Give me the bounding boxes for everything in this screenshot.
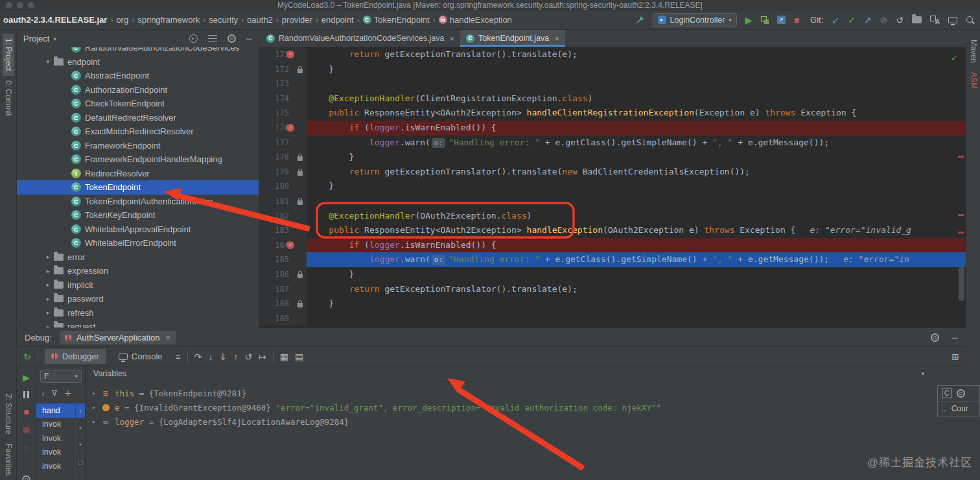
tree-item-abstractendpoint[interactable]: CAbstractEndpoint [17, 69, 259, 83]
chevron-down-icon[interactable]: ▾ [921, 370, 924, 377]
tool-stripe-1-project[interactable]: 1: Project [3, 34, 14, 76]
step-out-button[interactable]: ↑ [233, 352, 238, 362]
zoom-window-button[interactable] [28, 2, 34, 8]
variable-row-this[interactable]: ▸≡this = {TokenEndpoint@9281} [86, 386, 966, 400]
breakpoint-icon[interactable]: ✓ [286, 124, 294, 132]
layout-settings-icon[interactable]: ⊞ [951, 352, 959, 362]
error-stripe-mark[interactable] [958, 156, 964, 158]
chevron-down-icon[interactable]: ▾ [79, 425, 82, 431]
close-tab-icon[interactable]: × [554, 34, 559, 43]
translate-icon[interactable] [930, 16, 940, 24]
breadcrumb-springframework[interactable]: springframework [135, 14, 202, 25]
view-breakpoints-button[interactable]: ⊚ [23, 426, 30, 435]
breadcrumb-security[interactable]: security [207, 14, 240, 25]
code-editor[interactable]: 171✓ return getExceptionTranslator().tra… [259, 47, 966, 328]
tree-item-password[interactable]: ▸password [17, 292, 259, 306]
watches-view-button[interactable]: ▤ [295, 352, 303, 362]
wrench-icon[interactable] [635, 15, 644, 25]
resume-button[interactable]: ▶ [23, 373, 30, 382]
tree-item-tokenkeyendpoint[interactable]: CTokenKeyEndpoint [17, 208, 259, 222]
close-icon[interactable]: × [166, 333, 171, 342]
locate-file-icon[interactable] [189, 34, 198, 43]
debug-session-tab[interactable]: AuthServerApplication × [60, 331, 176, 344]
tool-stripe-maven[interactable]: Maven [968, 35, 979, 67]
tree-expand-icon[interactable]: ▸ [44, 268, 52, 274]
tree-item-checktokenendpoint[interactable]: CCheckTokenEndpoint [17, 97, 259, 111]
push-button[interactable]: ↗ [864, 16, 872, 25]
editor-tab-randomvalueauthorizationcodeservices-java[interactable]: CRandomValueAuthorizationCodeServices.ja… [261, 30, 460, 47]
search-everywhere-button[interactable] [966, 16, 975, 25]
tree-item-defaultredirectresolver[interactable]: CDefaultRedirectResolver [17, 111, 259, 125]
variable-row-e[interactable]: ▸e = {InvalidGrantException@9460} "error… [86, 400, 966, 414]
error-stripe-mark[interactable] [958, 214, 964, 216]
close-window-button[interactable] [6, 2, 12, 8]
popup-c-button[interactable]: C [942, 389, 951, 398]
mute-breakpoints-button[interactable]: ◌ [23, 444, 29, 453]
tree-expand-icon[interactable]: ▸ [44, 309, 52, 316]
variable-row-logger[interactable]: ▸∞logger = {LogAdapter$Slf4jLocationAwar… [86, 414, 966, 429]
rerun-button[interactable]: ↻ [23, 352, 31, 362]
tree-item-error[interactable]: ▸error [17, 250, 259, 265]
tree-expand-icon[interactable]: ▸ [44, 296, 52, 302]
filter-funnel-icon[interactable]: ∇ [52, 389, 57, 398]
breadcrumb-tokenendpoint[interactable]: CTokenEndpoint [361, 14, 432, 25]
project-panel-title[interactable]: Project [23, 34, 49, 43]
tree-item-authorizationendpoint[interactable]: CAuthorizationEndpoint [17, 83, 259, 97]
copy-frame-icon[interactable]: ▢ [77, 459, 83, 466]
tree-item-request[interactable]: ▸request [17, 320, 259, 328]
step-into-button[interactable]: ↓ [208, 352, 213, 362]
inspections-ok-icon[interactable]: ✓ [951, 53, 958, 63]
step-over-button[interactable]: ↷ [194, 352, 202, 362]
force-step-into-button[interactable]: ⇓ [219, 352, 227, 362]
gear-icon[interactable] [228, 34, 236, 43]
close-tab-icon[interactable]: × [449, 34, 454, 43]
gear-icon[interactable] [931, 333, 939, 342]
tree-item-expression[interactable]: ▸expression [17, 264, 259, 278]
expand-chevron-icon[interactable]: ▸ [92, 404, 101, 411]
export-threads-icon[interactable]: ↓ [41, 389, 45, 398]
evaluate-expression-button[interactable]: ▦ [280, 352, 288, 362]
tree-item-frameworkendpointhandlermapping[interactable]: CFrameworkEndpointHandlerMapping [17, 152, 259, 167]
editor-scrollbar[interactable] [959, 267, 964, 301]
gear-icon[interactable] [22, 475, 30, 480]
tool-stripe-asm[interactable]: ASM [968, 67, 979, 93]
stop-button[interactable]: ■ [794, 16, 799, 25]
gear-icon[interactable] [957, 389, 965, 398]
tree-item-whitelabelerrorendpoint[interactable]: CWhitelabelErrorEndpoint [17, 236, 259, 250]
history-folder-button[interactable] [912, 16, 922, 23]
toolbar-options-icon[interactable]: ≡ [176, 352, 181, 362]
add-icon[interactable]: ＋ [64, 387, 72, 398]
tree-item-whitelabelapprovalendpoint[interactable]: CWhitelabelApprovalEndpoint [17, 222, 259, 237]
hide-panel-icon[interactable]: ─ [952, 333, 958, 342]
breakpoint-icon[interactable]: ✓ [286, 241, 294, 249]
stop-button[interactable]: ■ [23, 407, 29, 416]
tree-item-refresh[interactable]: ▸refresh [17, 306, 259, 320]
rollback-button[interactable]: ↺ [896, 16, 904, 25]
tool-stripe-0-commit[interactable]: 0: Commit [3, 76, 14, 121]
commit-button[interactable]: ✓ [848, 16, 856, 25]
error-stripe-mark[interactable] [958, 232, 964, 234]
breakpoint-icon[interactable]: ✓ [286, 51, 294, 58]
run-configuration-select[interactable]: ▸ LoginController ▾ [653, 13, 737, 27]
profiler-button[interactable]: ↗ [777, 16, 786, 24]
breadcrumb-endpoint[interactable]: endpoint [320, 14, 356, 25]
hide-panel-icon[interactable]: ─ [246, 34, 252, 43]
tree-item-redirectresolver[interactable]: IRedirectResolver [17, 167, 259, 181]
chevron-down-icon[interactable]: ▾ [53, 36, 56, 42]
breadcrumb-provider[interactable]: provider [280, 14, 314, 25]
tab-debugger[interactable]: Debugger [45, 349, 106, 364]
breadcrumb-oauth2-2-3-4-release-jar[interactable]: oauth2-2.3.4.RELEASE.jar [1, 14, 109, 25]
expand-chevron-icon[interactable]: ▸ [92, 418, 101, 425]
tree-item-frameworkendpoint[interactable]: CFrameworkEndpoint [17, 139, 259, 153]
tree-item-tokenendpoint[interactable]: CTokenEndpoint [17, 180, 259, 195]
tree-item-randomvalueauthorizationcodeservices[interactable]: CRandomValueAuthorizationCodeServices [17, 47, 259, 55]
tree-expand-icon[interactable]: ▸ [44, 324, 52, 328]
coverage-button[interactable] [761, 16, 769, 24]
breadcrumb-org[interactable]: org [114, 14, 130, 25]
breadcrumb-oauth2[interactable]: oauth2 [245, 14, 275, 25]
tree-item-implicit[interactable]: ▸implicit [17, 278, 259, 293]
update-project-button[interactable]: ↙ [832, 16, 839, 25]
run-to-cursor-button[interactable]: ↦ [259, 352, 266, 362]
tool-stripe-z-structure[interactable]: Z: Structure [3, 389, 14, 439]
editor-tab-tokenendpoint-java[interactable]: CTokenEndpoint.java× [460, 30, 565, 47]
